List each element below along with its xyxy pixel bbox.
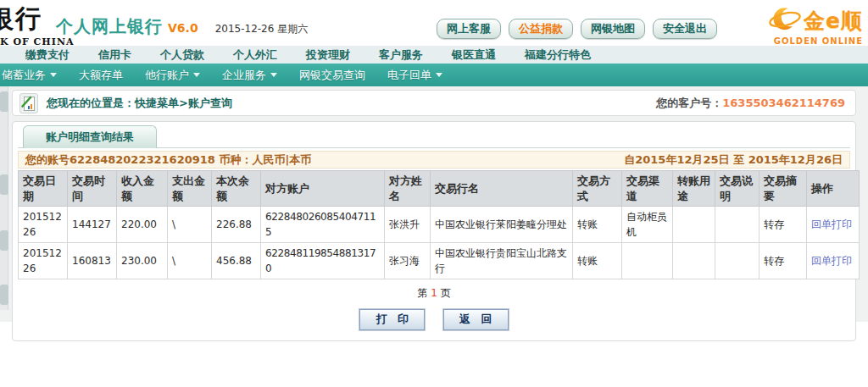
table-body: 20151226144127220.00\226.886228480260854…	[19, 207, 860, 279]
column-header: 收入金额	[117, 171, 168, 207]
golden-online-logo: 金e顺 GOLDEN ONLINE	[729, 3, 863, 46]
sub-nav-item[interactable]: 他行账户	[145, 68, 200, 83]
sidebar-handle[interactable]	[0, 285, 8, 305]
cell: 转存	[760, 243, 807, 279]
back-button[interactable]: 返 回	[443, 309, 509, 330]
sub-nav: 储蓄业务大额存单他行账户企业服务网银交易查询电子回单	[0, 64, 868, 86]
breadcrumb-bar: 您现在的位置是：快捷菜单>账户查询 您的客户号：1635503462114769	[12, 90, 856, 116]
column-header: 本次余额	[212, 171, 261, 207]
main-menu-item[interactable]: 缴费支付	[25, 47, 70, 63]
account-info-text: 您的账号6228482022321620918 币种：人民币|本币	[25, 152, 311, 168]
tab-account-detail-result[interactable]: 账户明细查询结果	[23, 125, 157, 148]
cell: \	[168, 243, 212, 279]
column-header: 交易摘要	[760, 171, 807, 207]
sub-nav-item-label: 网银交易查询	[299, 68, 365, 83]
chevron-down-icon	[436, 73, 442, 77]
chevron-down-icon	[50, 73, 57, 77]
main-menu-item[interactable]: 银医直通	[452, 47, 496, 63]
cell: 20151226	[19, 243, 68, 279]
main-menu-item[interactable]: 信用卡	[98, 47, 131, 63]
column-header: 交易行名	[431, 171, 573, 207]
sidebar-handle[interactable]	[0, 174, 8, 195]
golden-logo-cn: 金e顺	[804, 7, 863, 35]
sub-nav-item[interactable]: 大额存单	[79, 68, 123, 83]
breadcrumb: 您现在的位置是：快捷菜单>账户查询	[47, 96, 232, 111]
header-date: 2015-12-26 星期六	[215, 22, 309, 36]
cell: \	[168, 207, 212, 243]
cell: 中国农业银行莱阳姜疃分理处	[431, 207, 573, 243]
sub-nav-item[interactable]: 网银交易查询	[299, 68, 365, 83]
sub-nav-item[interactable]: 储蓄业务	[2, 68, 57, 83]
quick-link-button[interactable]: 安全退出	[653, 19, 717, 39]
cell	[622, 243, 673, 279]
cell	[715, 243, 760, 279]
page-prefix: 第	[417, 287, 431, 299]
main-menu-item[interactable]: 投资理财	[306, 47, 350, 63]
column-header: 对方姓名	[385, 171, 431, 207]
sub-nav-item-label: 储蓄业务	[2, 68, 46, 83]
customer-number-value: 1635503462114769	[722, 97, 845, 109]
column-header: 交易说明	[715, 171, 760, 207]
cell	[673, 207, 715, 243]
receipt-print-link[interactable]: 回单打印	[811, 255, 852, 267]
golden-swoosh-icon	[768, 3, 802, 38]
sub-nav-item-label: 电子回单	[387, 68, 431, 83]
sub-nav-item-label: 他行账户	[145, 68, 189, 83]
cell: 160813	[68, 243, 117, 279]
column-header: 交易时间	[68, 171, 117, 207]
customer-number-label: 您的客户号：	[656, 97, 722, 109]
cell: 转账	[573, 243, 622, 279]
page-suffix: 页	[437, 287, 451, 299]
cell: 自动柜员机	[622, 207, 673, 243]
column-header: 操作	[807, 171, 860, 207]
cell: 20151226	[19, 207, 68, 243]
sub-nav-item-label: 大额存单	[79, 68, 123, 83]
receipt-print-link[interactable]: 回单打印	[811, 218, 852, 230]
column-header: 交易方式	[573, 171, 622, 207]
cell	[673, 243, 715, 279]
collapsed-sidebar	[0, 86, 8, 310]
tab-row: 账户明细查询结果	[18, 122, 850, 148]
main-menu-item[interactable]: 个人贷款	[160, 47, 204, 63]
top-header: 银行 K OF CHINA 个人网上银行 V6.0 2015-12-26 星期六…	[0, 0, 868, 46]
cell: 中国农业银行贵阳宝山北路支行	[431, 243, 573, 279]
table-row: 20151226144127220.00\226.886228480260854…	[19, 207, 860, 243]
cell: 回单打印	[807, 207, 860, 243]
table-row: 20151226160813230.00\456.886228481198548…	[19, 243, 860, 279]
cell: 230.00	[117, 243, 168, 279]
query-result-panel: 账户明细查询结果 您的账号6228482022321620918 币种：人民币|…	[12, 121, 856, 341]
cell: 张洪升	[385, 207, 431, 243]
cell: 220.00	[117, 207, 168, 243]
sub-nav-item-label: 企业服务	[222, 68, 266, 83]
print-button[interactable]: 打 印	[359, 309, 425, 330]
location-document-icon	[19, 93, 38, 113]
main-menu-item[interactable]: 福建分行特色	[525, 47, 591, 63]
quick-link-button[interactable]: 公益捐款	[509, 19, 573, 39]
cell: 转存	[760, 207, 807, 243]
cell: 6228480260854047115	[261, 207, 385, 243]
column-header: 交易日期	[19, 171, 68, 207]
sidebar-handle[interactable]	[0, 230, 8, 251]
content-area: 您现在的位置是：快捷菜单>账户查询 您的客户号：1635503462114769…	[0, 86, 868, 322]
cell	[715, 207, 760, 243]
sub-nav-item[interactable]: 电子回单	[387, 68, 442, 83]
pagination: 第 1 页	[18, 286, 850, 301]
cell: 6228481198548813170	[261, 243, 385, 279]
sub-nav-item[interactable]: 企业服务	[222, 68, 277, 83]
transaction-table: 交易日期交易时间收入金额支出金额本次余额对方账户对方姓名交易行名交易方式交易渠道…	[18, 170, 860, 279]
table-header-row: 交易日期交易时间收入金额支出金额本次余额对方账户对方姓名交易行名交易方式交易渠道…	[19, 171, 860, 207]
chevron-down-icon	[270, 73, 277, 77]
column-header: 交易渠道	[622, 171, 673, 207]
main-menu-item[interactable]: 客户服务	[379, 47, 423, 63]
column-header: 转账用途	[673, 171, 715, 207]
product-title: 个人网上银行	[56, 15, 163, 38]
account-info-bar: 您的账号6228482022321620918 币种：人民币|本币 自2015年…	[18, 151, 850, 169]
golden-logo-en: GOLDEN ONLINE	[729, 36, 863, 46]
chevron-down-icon	[193, 73, 200, 77]
cell: 张习海	[385, 243, 431, 279]
sidebar-handle[interactable]	[0, 91, 8, 112]
main-menu-item[interactable]: 个人外汇	[233, 47, 277, 63]
quick-link-button[interactable]: 网银地图	[581, 19, 645, 39]
quick-link-button[interactable]: 网上客服	[437, 19, 501, 39]
version-label: V6.0	[168, 21, 198, 35]
